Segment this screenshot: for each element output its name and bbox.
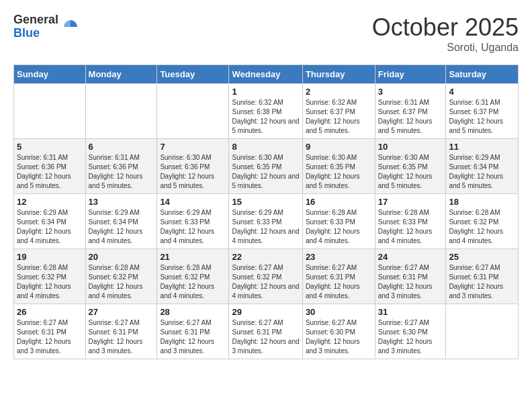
- week-row-4: 19Sunrise: 6:28 AM Sunset: 6:32 PM Dayli…: [14, 249, 519, 304]
- day-info: Sunrise: 6:27 AM Sunset: 6:31 PM Dayligh…: [89, 318, 154, 356]
- day-header-friday: Friday: [375, 65, 446, 84]
- day-info: Sunrise: 6:28 AM Sunset: 6:32 PM Dayligh…: [17, 263, 83, 301]
- day-number: 25: [449, 252, 515, 262]
- calendar-cell: [157, 84, 229, 139]
- day-info: Sunrise: 6:27 AM Sunset: 6:30 PM Dayligh…: [306, 318, 372, 356]
- day-number: 22: [232, 252, 299, 262]
- day-info: Sunrise: 6:27 AM Sunset: 6:31 PM Dayligh…: [378, 263, 443, 301]
- day-header-tuesday: Tuesday: [157, 65, 229, 84]
- day-number: 13: [89, 197, 154, 207]
- calendar-cell: 19Sunrise: 6:28 AM Sunset: 6:32 PM Dayli…: [14, 249, 86, 304]
- calendar-cell: 31Sunrise: 6:27 AM Sunset: 6:30 PM Dayli…: [375, 304, 446, 359]
- day-header-saturday: Saturday: [446, 65, 519, 84]
- day-info: Sunrise: 6:32 AM Sunset: 6:38 PM Dayligh…: [232, 98, 299, 136]
- calendar-cell: 9Sunrise: 6:30 AM Sunset: 6:35 PM Daylig…: [302, 139, 375, 194]
- calendar-cell: 29Sunrise: 6:27 AM Sunset: 6:31 PM Dayli…: [229, 304, 302, 359]
- calendar-cell: 28Sunrise: 6:27 AM Sunset: 6:31 PM Dayli…: [157, 304, 229, 359]
- calendar-cell: 17Sunrise: 6:28 AM Sunset: 6:33 PM Dayli…: [375, 194, 446, 249]
- day-info: Sunrise: 6:30 AM Sunset: 6:35 PM Dayligh…: [378, 153, 443, 191]
- day-number: 17: [378, 197, 443, 207]
- day-number: 8: [232, 142, 299, 152]
- logo: General Blue: [13, 13, 80, 40]
- day-number: 15: [232, 197, 299, 207]
- day-number: 21: [160, 252, 226, 262]
- day-number: 12: [17, 197, 83, 207]
- day-info: Sunrise: 6:27 AM Sunset: 6:31 PM Dayligh…: [232, 318, 299, 356]
- day-header-monday: Monday: [85, 65, 157, 84]
- day-number: 9: [306, 142, 372, 152]
- day-info: Sunrise: 6:28 AM Sunset: 6:33 PM Dayligh…: [306, 208, 372, 246]
- day-info: Sunrise: 6:27 AM Sunset: 6:31 PM Dayligh…: [306, 263, 372, 301]
- logo-blue: Blue: [13, 27, 58, 40]
- day-number: 2: [306, 87, 372, 97]
- month-title: October 2025: [372, 13, 519, 42]
- day-number: 30: [306, 307, 372, 317]
- day-header-wednesday: Wednesday: [229, 65, 302, 84]
- day-number: 23: [306, 252, 372, 262]
- week-row-5: 26Sunrise: 6:27 AM Sunset: 6:31 PM Dayli…: [14, 304, 519, 359]
- day-info: Sunrise: 6:31 AM Sunset: 6:37 PM Dayligh…: [378, 98, 443, 136]
- day-info: Sunrise: 6:28 AM Sunset: 6:33 PM Dayligh…: [378, 208, 443, 246]
- day-number: 6: [89, 142, 154, 152]
- calendar-cell: 21Sunrise: 6:28 AM Sunset: 6:32 PM Dayli…: [157, 249, 229, 304]
- calendar-cell: 1Sunrise: 6:32 AM Sunset: 6:38 PM Daylig…: [229, 84, 302, 139]
- calendar-cell: 23Sunrise: 6:27 AM Sunset: 6:31 PM Dayli…: [302, 249, 375, 304]
- logo-text: General Blue: [13, 13, 58, 40]
- calendar-cell: 8Sunrise: 6:30 AM Sunset: 6:35 PM Daylig…: [229, 139, 302, 194]
- day-number: 26: [17, 307, 83, 317]
- day-number: 3: [378, 87, 443, 97]
- day-number: 16: [306, 197, 372, 207]
- week-row-3: 12Sunrise: 6:29 AM Sunset: 6:34 PM Dayli…: [14, 194, 519, 249]
- calendar-cell: [446, 304, 519, 359]
- day-number: 4: [449, 87, 515, 97]
- calendar-cell: 24Sunrise: 6:27 AM Sunset: 6:31 PM Dayli…: [375, 249, 446, 304]
- calendar-cell: 25Sunrise: 6:27 AM Sunset: 6:31 PM Dayli…: [446, 249, 519, 304]
- day-number: 20: [89, 252, 154, 262]
- calendar-cell: 22Sunrise: 6:27 AM Sunset: 6:32 PM Dayli…: [229, 249, 302, 304]
- calendar-cell: [14, 84, 86, 139]
- calendar-cell: 20Sunrise: 6:28 AM Sunset: 6:32 PM Dayli…: [85, 249, 157, 304]
- day-number: 18: [449, 197, 515, 207]
- day-info: Sunrise: 6:29 AM Sunset: 6:33 PM Dayligh…: [160, 208, 226, 246]
- day-info: Sunrise: 6:30 AM Sunset: 6:35 PM Dayligh…: [232, 153, 299, 191]
- day-info: Sunrise: 6:31 AM Sunset: 6:37 PM Dayligh…: [449, 98, 515, 136]
- calendar-cell: 2Sunrise: 6:32 AM Sunset: 6:37 PM Daylig…: [302, 84, 375, 139]
- calendar-cell: 3Sunrise: 6:31 AM Sunset: 6:37 PM Daylig…: [375, 84, 446, 139]
- location-title: Soroti, Uganda: [372, 42, 519, 54]
- day-info: Sunrise: 6:29 AM Sunset: 6:34 PM Dayligh…: [449, 153, 515, 191]
- calendar-cell: 6Sunrise: 6:31 AM Sunset: 6:36 PM Daylig…: [85, 139, 157, 194]
- day-number: 14: [160, 197, 226, 207]
- calendar-cell: 18Sunrise: 6:28 AM Sunset: 6:32 PM Dayli…: [446, 194, 519, 249]
- day-number: 28: [160, 307, 226, 317]
- day-info: Sunrise: 6:30 AM Sunset: 6:36 PM Dayligh…: [160, 153, 226, 191]
- day-info: Sunrise: 6:31 AM Sunset: 6:36 PM Dayligh…: [89, 153, 154, 191]
- day-info: Sunrise: 6:27 AM Sunset: 6:31 PM Dayligh…: [160, 318, 226, 356]
- week-row-1: 1Sunrise: 6:32 AM Sunset: 6:38 PM Daylig…: [14, 84, 519, 139]
- week-row-2: 5Sunrise: 6:31 AM Sunset: 6:36 PM Daylig…: [14, 139, 519, 194]
- day-info: Sunrise: 6:32 AM Sunset: 6:37 PM Dayligh…: [306, 98, 372, 136]
- calendar-cell: 13Sunrise: 6:29 AM Sunset: 6:34 PM Dayli…: [85, 194, 157, 249]
- day-info: Sunrise: 6:27 AM Sunset: 6:30 PM Dayligh…: [378, 318, 443, 356]
- calendar-cell: 11Sunrise: 6:29 AM Sunset: 6:34 PM Dayli…: [446, 139, 519, 194]
- day-info: Sunrise: 6:29 AM Sunset: 6:33 PM Dayligh…: [232, 208, 299, 246]
- calendar-cell: 5Sunrise: 6:31 AM Sunset: 6:36 PM Daylig…: [14, 139, 86, 194]
- calendar-cell: 4Sunrise: 6:31 AM Sunset: 6:37 PM Daylig…: [446, 84, 519, 139]
- day-header-sunday: Sunday: [14, 65, 86, 84]
- calendar-cell: 12Sunrise: 6:29 AM Sunset: 6:34 PM Dayli…: [14, 194, 86, 249]
- logo-icon: [61, 17, 80, 36]
- day-info: Sunrise: 6:29 AM Sunset: 6:34 PM Dayligh…: [17, 208, 83, 246]
- calendar-cell: 30Sunrise: 6:27 AM Sunset: 6:30 PM Dayli…: [302, 304, 375, 359]
- page-header: General Blue October 2025 Soroti, Uganda: [13, 13, 519, 54]
- day-number: 29: [232, 307, 299, 317]
- logo-general: General: [13, 13, 58, 27]
- calendar-cell: 7Sunrise: 6:30 AM Sunset: 6:36 PM Daylig…: [157, 139, 229, 194]
- calendar-cell: 10Sunrise: 6:30 AM Sunset: 6:35 PM Dayli…: [375, 139, 446, 194]
- day-header-thursday: Thursday: [302, 65, 375, 84]
- day-info: Sunrise: 6:28 AM Sunset: 6:32 PM Dayligh…: [449, 208, 515, 246]
- day-info: Sunrise: 6:30 AM Sunset: 6:35 PM Dayligh…: [306, 153, 372, 191]
- calendar-cell: 15Sunrise: 6:29 AM Sunset: 6:33 PM Dayli…: [229, 194, 302, 249]
- day-number: 27: [89, 307, 154, 317]
- calendar-cell: [85, 84, 157, 139]
- calendar-cell: 14Sunrise: 6:29 AM Sunset: 6:33 PM Dayli…: [157, 194, 229, 249]
- day-number: 10: [378, 142, 443, 152]
